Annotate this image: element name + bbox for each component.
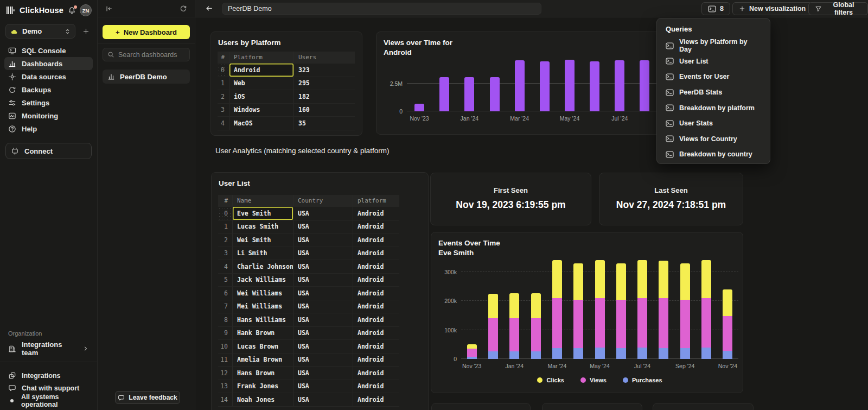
queries-count-button[interactable]: 8 [701, 2, 730, 15]
sidebar-item-sql-console[interactable]: SQL Console [4, 44, 93, 57]
table-cell[interactable]: USA [293, 327, 353, 340]
table-cell[interactable]: Android [353, 340, 399, 353]
sidebar-item-label: Dashboards [22, 60, 62, 68]
global-filters-button[interactable]: Global filters [808, 2, 868, 15]
table-cell[interactable]: USA [293, 220, 353, 234]
table-cell[interactable]: USA [293, 300, 353, 313]
table-cell[interactable]: Android [353, 260, 399, 273]
table-cell[interactable]: Hans Brown [233, 367, 293, 380]
sidebar-item-dashboards[interactable]: Dashboards [4, 57, 93, 70]
table-cell[interactable]: USA [293, 260, 353, 273]
query-item-views-for-country[interactable]: Views for Country [657, 131, 770, 147]
table-cell[interactable]: USA [293, 234, 353, 247]
table-cell[interactable]: 35 [294, 117, 355, 130]
query-item-user-list[interactable]: User List [657, 54, 770, 70]
legend-item-clicks[interactable]: Clicks [537, 377, 564, 383]
table-cell[interactable]: Frank Jones [233, 380, 293, 393]
table-cell[interactable]: Android [353, 234, 399, 247]
table-cell[interactable]: Hans Williams [233, 313, 293, 326]
bar-mar-24 [552, 260, 562, 359]
sidebar-item-help[interactable]: Help [4, 122, 93, 135]
footer-item-integrations[interactable]: Integrations [4, 369, 93, 382]
table-cell[interactable]: USA [293, 367, 353, 380]
sidebar-item-backups[interactable]: Backups [4, 83, 93, 96]
table-cell[interactable]: Charlie Johnson [233, 260, 293, 273]
table-cell[interactable]: MacOS [229, 117, 294, 130]
table-cell[interactable]: Li Smith [233, 247, 293, 260]
clicks-segment [659, 261, 668, 298]
table-cell[interactable]: Android [353, 367, 399, 380]
table-cell[interactable]: Lucas Brown [233, 340, 293, 353]
table-cell[interactable]: Noah Jones [233, 393, 293, 406]
table-cell[interactable]: 295 [294, 77, 355, 90]
sidebar-item-settings[interactable]: Settings [4, 96, 93, 109]
query-item-events-for-user[interactable]: Events for User [657, 69, 770, 85]
sidebar-item-integrations-team[interactable]: Integrations team [4, 342, 93, 355]
table-cell[interactable]: Android [353, 354, 399, 367]
table-cell[interactable]: Android [353, 207, 399, 220]
table-cell[interactable]: USA [293, 287, 353, 300]
table-cell[interactable]: 323 [294, 64, 355, 77]
table-cell[interactable]: 182 [294, 90, 355, 103]
table-cell[interactable]: Jack Williams [233, 274, 293, 287]
table-cell[interactable]: Android [353, 220, 399, 234]
row-index-cell: 13 [218, 380, 233, 393]
panel-title: User List [219, 179, 250, 187]
leave-feedback-button[interactable]: Leave feedback [115, 391, 180, 404]
table-cell[interactable]: Windows [229, 104, 294, 117]
collapse-sidebar-icon[interactable] [105, 5, 113, 12]
table-cell[interactable]: Amelia Brown [233, 354, 293, 367]
table-cell[interactable]: Lucas Smith [233, 220, 293, 234]
table-cell[interactable]: 160 [294, 104, 355, 117]
table-cell[interactable]: USA [293, 207, 353, 220]
refresh-icon[interactable] [180, 5, 187, 12]
table-cell[interactable]: Android [353, 247, 399, 260]
x-axis-tick: Jul '24 [623, 363, 661, 369]
table-cell[interactable]: Android [353, 380, 399, 393]
sidebar-item-monitoring[interactable]: Monitoring [4, 109, 93, 122]
user-avatar[interactable]: ZN [80, 4, 92, 16]
table-cell[interactable]: Android [353, 393, 399, 406]
dashboard-item-peerdb-demo[interactable]: PeerDB Demo [103, 70, 190, 84]
service-selector[interactable]: Demo [5, 24, 75, 39]
table-cell[interactable]: Android [353, 274, 399, 287]
selected-cell[interactable]: Android [229, 64, 294, 77]
table-cell[interactable]: Android [353, 327, 399, 340]
new-visualization-button[interactable]: New visualization [732, 2, 812, 15]
selected-cell[interactable]: Eve Smith [233, 207, 293, 220]
legend-item-views[interactable]: Views [580, 377, 607, 383]
bar-dec-23 [488, 294, 498, 359]
table-cell[interactable]: Mei Williams [233, 300, 293, 313]
legend-item-purchases[interactable]: Purchases [623, 377, 662, 383]
table-cell[interactable]: Hank Brown [233, 327, 293, 340]
table-cell[interactable]: iOS [229, 90, 294, 103]
new-dashboard-button[interactable]: + New Dashboard [103, 25, 190, 39]
add-service-button[interactable] [80, 28, 92, 35]
footer-item-all-systems-operational[interactable]: All systems operational [4, 394, 93, 407]
connect-button[interactable]: Connect [5, 143, 92, 159]
table-cell[interactable]: USA [293, 354, 353, 367]
dashboard-title-input[interactable] [222, 3, 541, 15]
search-dashboards-input[interactable] [118, 51, 185, 59]
back-arrow-icon[interactable] [205, 4, 213, 12]
table-cell[interactable]: Android [353, 287, 399, 300]
query-item-user-stats[interactable]: User Stats [657, 116, 770, 131]
query-item-peerdb-stats[interactable]: PeerDB Stats [657, 85, 770, 100]
table-cell[interactable]: Web [229, 77, 294, 90]
query-item-breakdown-by-country[interactable]: Breakdown by country [657, 147, 770, 162]
table-cell[interactable]: USA [293, 274, 353, 287]
table-cell[interactable]: Android [353, 313, 399, 326]
table-cell[interactable]: USA [293, 393, 353, 406]
query-item-views-by-platform-by-day[interactable]: Views by Platform by Day [657, 38, 770, 54]
notifications-bell-icon[interactable] [68, 7, 76, 15]
table-cell[interactable]: Wei Williams [233, 287, 293, 300]
table-cell[interactable]: USA [293, 313, 353, 326]
table-cell[interactable]: USA [293, 380, 353, 393]
table-cell[interactable]: Wei Smith [233, 234, 293, 247]
table-cell[interactable]: Android [353, 300, 399, 313]
table-cell[interactable]: USA [293, 340, 353, 353]
sidebar-item-data-sources[interactable]: Data sources [4, 70, 93, 83]
query-item-breakdown-by-platform[interactable]: Breakdown by platform [657, 100, 770, 116]
table-cell[interactable]: USA [293, 247, 353, 260]
queries-count: 8 [720, 5, 724, 12]
